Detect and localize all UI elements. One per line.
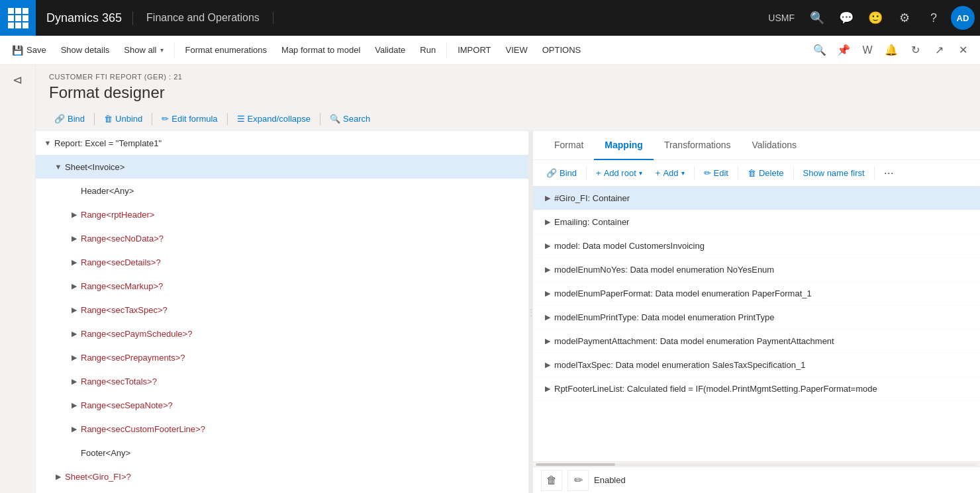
- show-details-button[interactable]: Show details: [54, 38, 117, 62]
- tree-item[interactable]: ▶ Range<secPrepayments>?: [36, 345, 528, 369]
- run-button[interactable]: Run: [413, 38, 442, 62]
- horizontal-scrollbar[interactable]: [533, 461, 980, 467]
- rt-expand-icon: ▶: [541, 263, 554, 277]
- cmd-separator-2: [446, 42, 447, 58]
- rt-item-footer-linelist[interactable]: ▶ RptFooterLineList: Calculated field = …: [533, 377, 980, 401]
- rt-separator-5: [874, 167, 875, 180]
- tree-panel: ▼ Report: Excel = "Template1" ▼ Sheet<In…: [36, 131, 529, 493]
- edit-formula-button[interactable]: ✏ Edit formula: [156, 110, 222, 128]
- chat-icon-button[interactable]: 💬: [832, 0, 861, 36]
- tab-mapping[interactable]: Mapping: [594, 131, 654, 160]
- scroll-thumb[interactable]: [536, 463, 615, 466]
- refresh-icon[interactable]: ↻: [903, 38, 927, 62]
- search-button[interactable]: 🔍 Search: [324, 110, 375, 128]
- tree-item[interactable]: ▶ Range<secDetails>?: [36, 250, 528, 274]
- app-name: Dynamics 365: [36, 11, 133, 25]
- office-icon[interactable]: W: [856, 38, 879, 62]
- tree-item[interactable]: ▶ Range<secNoData>?: [36, 226, 528, 250]
- tree-expand-icon: ▶: [68, 375, 81, 388]
- map-format-button[interactable]: Map format to model: [275, 38, 367, 62]
- tree-expand-icon: ▶: [68, 327, 81, 340]
- add-root-button[interactable]: + Add root ▾: [591, 163, 648, 183]
- tree-item[interactable]: ▶ Sheet<Giro_FI>?: [36, 465, 528, 488]
- show-name-first-button[interactable]: Show name first: [798, 163, 870, 183]
- tree-item[interactable]: ▶ Range<rptHeader>: [36, 202, 528, 226]
- tree-expand-icon: ▶: [68, 279, 81, 292]
- show-all-button[interactable]: Show all ▾: [117, 38, 170, 62]
- validate-button[interactable]: Validate: [368, 38, 412, 62]
- tree-item[interactable]: ▶ Range<secTaxSpec>?: [36, 298, 528, 322]
- rt-item-giro-fi[interactable]: ▶ #Giro_FI: Container: [533, 187, 980, 210]
- add-button[interactable]: + Add ▾: [650, 163, 690, 183]
- import-button[interactable]: IMPORT: [451, 38, 497, 62]
- expand-collapse-button[interactable]: ☰ Expand/collapse: [232, 110, 316, 128]
- action-separator-3: [227, 113, 228, 125]
- rt-item-model[interactable]: ▶ model: Data model CustomersInvoicing: [533, 234, 980, 258]
- tree-item[interactable]: ▶ Range<secTotals>?: [36, 369, 528, 393]
- rt-separator-1: [586, 167, 587, 180]
- more-options-button[interactable]: ···: [879, 163, 899, 183]
- delete-button[interactable]: 🗑 Delete: [742, 163, 789, 183]
- tree-expand-icon: [68, 184, 81, 197]
- tree-item[interactable]: ▶ Range<secPaymSchedule>?: [36, 322, 528, 345]
- tab-validations[interactable]: Validations: [742, 131, 807, 160]
- edit-bottom-button[interactable]: ✏: [567, 470, 589, 491]
- save-button[interactable]: 💾 Save: [5, 38, 53, 62]
- tree-expand-icon: ▶: [68, 232, 81, 245]
- edit-icon: ✏: [704, 168, 711, 178]
- rt-item-taxspec[interactable]: ▶ modelTaxSpec: Data model enumeration S…: [533, 353, 980, 377]
- rt-item-enum-noyes[interactable]: ▶ modelEnumNoYes: Data model enumeration…: [533, 258, 980, 282]
- unbind-button[interactable]: 🗑 Unbind: [99, 110, 148, 128]
- tree-expand-icon: ▶: [68, 351, 81, 364]
- right-bind-icon: 🔗: [546, 168, 557, 178]
- tree-item[interactable]: ▼ Report: Excel = "Template1": [36, 131, 528, 155]
- delete-icon: 🗑: [748, 168, 756, 178]
- edit-button[interactable]: ✏ Edit: [699, 163, 734, 183]
- format-enumerations-button[interactable]: Format enumerations: [179, 38, 274, 62]
- view-button[interactable]: VIEW: [499, 38, 534, 62]
- tree-item[interactable]: ▼ Sheet<Invoice>: [36, 155, 528, 179]
- edit-formula-icon: ✏: [162, 114, 169, 124]
- delete-bottom-button[interactable]: 🗑: [541, 470, 562, 491]
- app-title-section: Dynamics 365 Finance and Operations: [36, 0, 273, 36]
- bell-icon[interactable]: 🔔: [879, 38, 903, 62]
- command-bar: 💾 Save Show details Show all ▾ Format en…: [0, 36, 980, 65]
- tree-item[interactable]: ▶ Range<secSepaNote>?: [36, 393, 528, 417]
- search-icon[interactable]: 🔍: [808, 38, 832, 62]
- app-logo[interactable]: [0, 0, 36, 36]
- bind-button[interactable]: 🔗 Bind: [49, 110, 90, 128]
- tree-expand-icon: ▶: [68, 255, 81, 269]
- tree-item[interactable]: ▶ Range<secCustomFooterLine>?: [36, 417, 528, 441]
- page-header: CUSTOMER FTI REPORT (GER) : 21 Format de…: [36, 65, 980, 107]
- emoji-icon-button[interactable]: 🙂: [861, 0, 890, 36]
- rt-item-enum-printtype[interactable]: ▶ modelEnumPrintType: Data model enumera…: [533, 306, 980, 330]
- add-dropdown-icon: ▾: [681, 169, 685, 177]
- filter-icon[interactable]: ⊲: [13, 73, 23, 87]
- tab-transformations[interactable]: Transformations: [654, 131, 742, 160]
- action-toolbar: 🔗 Bind 🗑 Unbind ✏ Edit formula ☰ Expand/…: [36, 107, 980, 131]
- tab-format[interactable]: Format: [544, 131, 594, 160]
- rt-separator-4: [793, 167, 794, 180]
- settings-icon-button[interactable]: ⚙: [890, 0, 919, 36]
- search-icon-button[interactable]: 🔍: [803, 0, 832, 36]
- pin-icon[interactable]: 📌: [832, 38, 856, 62]
- rt-expand-icon: ▶: [541, 359, 554, 372]
- rt-item-payment-attachment[interactable]: ▶ modelPaymentAttachment: Data model enu…: [533, 330, 980, 353]
- rt-item-enum-paper[interactable]: ▶ modelEnumPaperFormat: Data model enume…: [533, 282, 980, 306]
- avatar[interactable]: AD: [951, 6, 975, 30]
- tree-expand-icon: ▶: [52, 470, 65, 483]
- page-title: Format designer: [49, 83, 967, 102]
- tree-item[interactable]: ▶ Range<secMarkup>?: [36, 274, 528, 298]
- right-bind-button[interactable]: 🔗 Bind: [541, 163, 582, 183]
- tree-item[interactable]: Header<Any>: [36, 179, 528, 202]
- rt-item-emailing[interactable]: ▶ Emailing: Container: [533, 210, 980, 234]
- options-button[interactable]: OPTIONS: [536, 38, 588, 62]
- content-area: ⊲ CUSTOMER FTI REPORT (GER) : 21 Format …: [0, 65, 980, 493]
- help-icon-button[interactable]: ?: [919, 0, 948, 36]
- close-icon[interactable]: ✕: [951, 38, 975, 62]
- bottom-bar: 🗑 ✏ Enabled: [533, 467, 980, 493]
- status-badge: Enabled: [594, 475, 626, 485]
- external-link-icon[interactable]: ↗: [927, 38, 951, 62]
- tree-item[interactable]: Footer<Any>: [36, 441, 528, 465]
- rt-expand-icon: ▶: [541, 311, 554, 324]
